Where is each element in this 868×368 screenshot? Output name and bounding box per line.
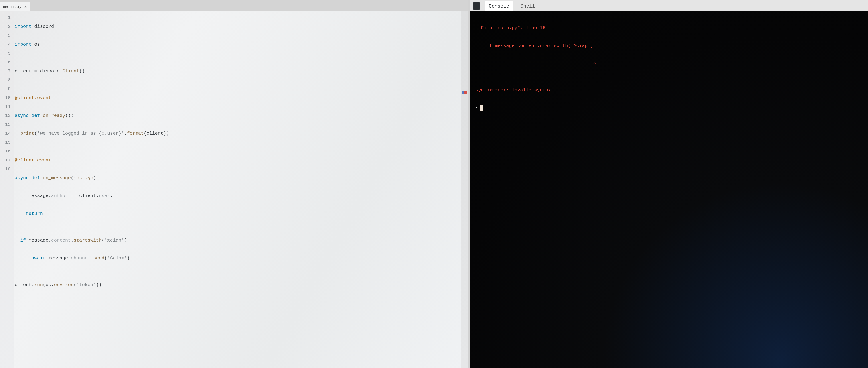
code-line: async def on_ready():	[15, 111, 461, 120]
minimap-marker	[462, 91, 467, 94]
code-line: client.run(os.environ('token'))	[15, 280, 461, 289]
code-line: if message.content.startswith('%ciap')	[15, 236, 461, 245]
line-number: 16	[0, 147, 11, 156]
terminal-output[interactable]: File "main.py", line 15 if message.conte…	[470, 11, 868, 368]
line-number: 12	[0, 111, 11, 120]
editor-tab-main[interactable]: main.py	[0, 2, 30, 11]
editor-tabbar: main.py	[0, 0, 468, 11]
tab-shell[interactable]: Shell	[516, 1, 539, 11]
line-number: 18	[0, 165, 11, 174]
line-number: 11	[0, 102, 11, 111]
code-line: await message.channel.send('Salom')	[15, 254, 461, 263]
line-number: 4	[0, 40, 11, 49]
tab-label: Console	[489, 4, 509, 9]
code-line: @client.event	[15, 156, 461, 165]
line-number: 10	[0, 93, 11, 102]
code-area: 1 2 3 4 5 6 7 8 9 10 11 12 13 14 15 16 1…	[0, 11, 468, 368]
code-line: return	[15, 209, 461, 218]
line-number: 17	[0, 156, 11, 165]
console-panel: Console Shell File "main.py", line 15 if…	[470, 0, 868, 368]
line-number: 5	[0, 49, 11, 58]
code-line: async def on_message(message):	[15, 174, 461, 183]
editor-tab-filename: main.py	[3, 4, 22, 9]
line-number: 6	[0, 58, 11, 67]
line-number: 7	[0, 67, 11, 76]
workspace: main.py 1 2 3 4 5 6 7 8 9 10 11 12 13	[0, 0, 868, 368]
minimap[interactable]	[461, 11, 468, 368]
terminal-prompt-line: ›	[475, 104, 862, 113]
line-number-gutter: 1 2 3 4 5 6 7 8 9 10 11 12 13 14 15 16 1…	[0, 11, 14, 368]
tab-console[interactable]: Console	[485, 1, 513, 11]
code-line: @client.event	[15, 93, 461, 102]
terminal-prompt: ›	[475, 104, 478, 113]
cursor-icon	[480, 105, 483, 111]
line-number: 15	[0, 138, 11, 147]
line-number: 8	[0, 76, 11, 85]
svg-rect-1	[475, 6, 478, 6]
svg-rect-2	[475, 7, 478, 7]
terminal-caret: ^	[475, 59, 862, 68]
line-number: 13	[0, 120, 11, 129]
code-line: client = discord.Client()	[15, 67, 461, 76]
code-editor[interactable]: import discord import os client = discor…	[14, 11, 461, 368]
editor-panel: main.py 1 2 3 4 5 6 7 8 9 10 11 12 13	[0, 0, 470, 368]
terminal-line: SyntaxError: invalid syntax	[475, 86, 862, 95]
line-number: 3	[0, 31, 11, 40]
line-number: 1	[0, 13, 11, 22]
terminal-line: if message.content.startswith('%ciap')	[475, 41, 862, 50]
code-line: print('We have logged in as {0.user}'.fo…	[15, 129, 461, 138]
code-line: import os	[15, 40, 461, 49]
line-number: 2	[0, 22, 11, 31]
code-line: if message.author == client.user:	[15, 191, 461, 201]
svg-rect-0	[475, 5, 478, 5]
code-line: import discord	[15, 22, 461, 31]
close-icon[interactable]	[24, 5, 27, 8]
tab-label: Shell	[520, 4, 535, 9]
console-tabbar: Console Shell	[470, 0, 868, 11]
line-number: 9	[0, 85, 11, 93]
line-number: 14	[0, 129, 11, 138]
list-icon[interactable]	[473, 2, 480, 10]
terminal-line: File "main.py", line 15	[475, 24, 862, 32]
